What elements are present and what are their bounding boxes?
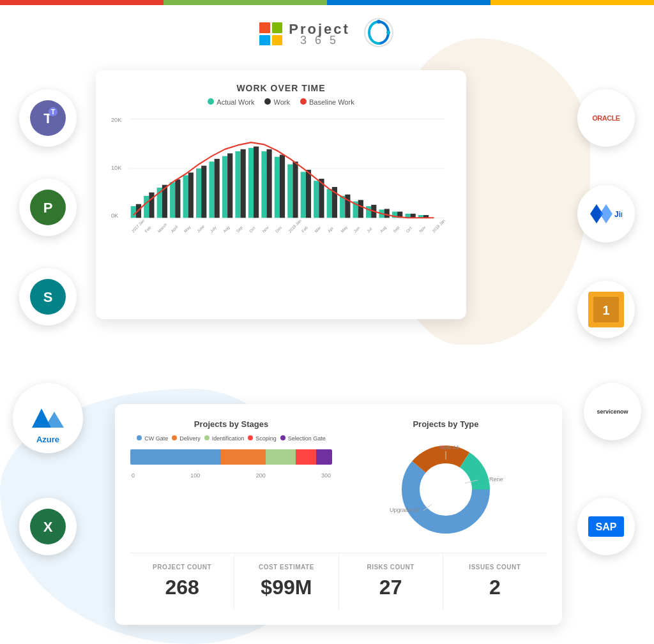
svg-rect-41 xyxy=(209,161,214,218)
svg-text:20K: 20K xyxy=(111,116,122,123)
x-label-100: 100 xyxy=(190,472,200,479)
top-color-bars xyxy=(0,0,654,5)
bar-yellow xyxy=(490,0,654,5)
kpi-risks-count: RISKS COUNT 27 xyxy=(339,553,443,610)
one-c-icon-circle: 1 xyxy=(577,281,635,338)
oracle-label: ORACLE xyxy=(592,114,620,122)
svg-text:0K: 0K xyxy=(111,212,119,219)
wot-chart-area: 20K 10K 0K xyxy=(111,114,451,299)
teams-icon-circle: T T xyxy=(19,89,77,147)
svg-text:July: July xyxy=(209,225,218,234)
svg-text:Nov: Nov xyxy=(261,225,270,234)
svg-text:Upgrade 62: Upgrade 62 xyxy=(390,507,420,513)
svg-text:Feb: Feb xyxy=(144,225,152,233)
kpi-project-count-value: 268 xyxy=(141,576,224,599)
svg-point-2 xyxy=(386,31,390,34)
svg-text:2017 Jan: 2017 Jan xyxy=(131,218,146,233)
svg-rect-42 xyxy=(215,159,220,218)
svg-rect-51 xyxy=(275,157,280,218)
svg-text:Jira: Jira xyxy=(614,210,622,219)
svg-rect-40 xyxy=(201,166,206,218)
kpi-cost-estimate-label: COST ESTIMATE xyxy=(245,564,328,571)
svg-text:Dec: Dec xyxy=(275,225,283,233)
svg-text:Aug: Aug xyxy=(222,225,231,234)
svg-rect-46 xyxy=(241,149,246,218)
stages-identification xyxy=(266,449,296,465)
bar-red xyxy=(0,0,164,5)
stages-selection-gate xyxy=(316,449,332,465)
stages-x-axis: 0 100 200 300 xyxy=(130,472,332,479)
svg-rect-35 xyxy=(170,182,175,218)
dashboard-card: Projects by Stages CW Gate Delivery Iden… xyxy=(115,404,562,625)
svg-rect-64 xyxy=(358,200,363,218)
svg-rect-61 xyxy=(340,196,345,218)
kpi-cost-estimate-value: $99M xyxy=(245,576,328,599)
svg-rect-55 xyxy=(301,172,306,218)
stages-legend: CW Gate Delivery Identification Scoping … xyxy=(130,435,332,442)
svg-rect-68 xyxy=(384,209,390,218)
kpi-cost-estimate: COST ESTIMATE $99M xyxy=(234,553,338,610)
svg-text:P: P xyxy=(43,200,53,216)
svg-rect-38 xyxy=(188,172,194,218)
wot-legend: Actual Work Work Baseline Work xyxy=(111,98,451,106)
svg-rect-44 xyxy=(227,153,232,218)
svg-rect-31 xyxy=(144,196,149,218)
stages-delivery xyxy=(221,449,266,465)
svg-rect-48 xyxy=(254,147,259,218)
kpi-issues-count-value: 2 xyxy=(453,576,536,599)
svg-text:April: April xyxy=(170,224,179,234)
svg-text:2019 Jan: 2019 Jan xyxy=(431,218,446,233)
svg-rect-43 xyxy=(222,156,227,218)
x-label-0: 0 xyxy=(132,472,135,479)
kpi-issues-count: ISSUES COUNT 2 xyxy=(443,553,547,610)
svg-rect-57 xyxy=(314,181,319,218)
svg-rect-65 xyxy=(366,206,371,218)
svg-text:Oct: Oct xyxy=(405,225,413,233)
svg-rect-37 xyxy=(183,176,188,218)
microsoft-logo xyxy=(259,22,282,45)
svg-text:Jun: Jun xyxy=(353,225,360,234)
svg-rect-53 xyxy=(287,164,293,218)
svg-text:X: X xyxy=(43,519,53,535)
kpi-issues-count-label: ISSUES COUNT xyxy=(453,564,536,571)
svg-text:June: June xyxy=(196,223,206,233)
svg-text:Jul: Jul xyxy=(366,227,372,234)
app-subtitle: 3 6 5 xyxy=(300,34,338,47)
svg-rect-39 xyxy=(196,168,201,218)
kpi-project-count-label: PROJECT COUNT xyxy=(141,564,224,571)
svg-text:S: S xyxy=(43,289,53,305)
projects-by-stages: Projects by Stages CW Gate Delivery Iden… xyxy=(130,419,332,540)
project-icon-circle: P xyxy=(19,179,77,236)
sharepoint-icon-circle: S xyxy=(19,268,77,326)
x-label-200: 200 xyxy=(256,472,266,479)
bar-blue xyxy=(327,0,490,5)
svg-rect-36 xyxy=(175,179,180,218)
stages-bar xyxy=(130,449,332,465)
svg-marker-12 xyxy=(45,412,64,428)
svg-text:Mar: Mar xyxy=(314,225,321,234)
svg-text:2018 Jan: 2018 Jan xyxy=(287,218,302,233)
stages-cw-gate xyxy=(130,449,221,465)
synoptek-logo xyxy=(363,17,395,51)
svg-rect-29 xyxy=(131,206,136,218)
svg-text:T: T xyxy=(51,109,55,116)
svg-text:Apr: Apr xyxy=(327,225,335,234)
svg-marker-16 xyxy=(600,204,612,223)
svg-point-1 xyxy=(377,20,381,24)
svg-rect-52 xyxy=(280,154,285,218)
svg-rect-32 xyxy=(149,193,154,218)
svg-text:Oct: Oct xyxy=(248,225,256,233)
stages-scoping xyxy=(296,449,316,465)
svg-text:SAP: SAP xyxy=(596,521,617,532)
header: Project 3 6 5 xyxy=(0,5,654,63)
svg-text:Sep: Sep xyxy=(235,225,244,234)
work-over-time-card: WORK OVER TIME Actual Work Work Baseline… xyxy=(96,70,466,319)
svg-text:Nov: Nov xyxy=(418,225,427,234)
svg-text:New 44: New 44 xyxy=(439,444,459,451)
svg-rect-56 xyxy=(306,170,311,218)
svg-rect-49 xyxy=(261,151,266,218)
x-label-300: 300 xyxy=(321,472,331,479)
stages-title: Projects by Stages xyxy=(130,419,332,429)
svg-rect-47 xyxy=(248,148,254,218)
servicenow-icon-circle: servicenow xyxy=(584,383,641,440)
